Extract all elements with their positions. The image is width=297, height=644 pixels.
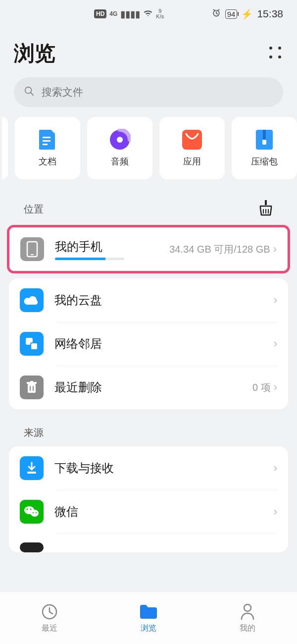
row-subtitle: 0 项 [252, 381, 271, 394]
svg-point-33 [244, 604, 251, 611]
nav-mine[interactable]: 我的 [198, 592, 297, 644]
row-title: 我的云盘 [54, 292, 274, 308]
page-header: 浏览 [0, 28, 297, 77]
chevron-right-icon: › [274, 337, 277, 350]
app-icon [181, 129, 203, 151]
category-card-app[interactable]: 应用 [159, 117, 225, 179]
search-input[interactable] [42, 86, 273, 98]
trash-icon [20, 376, 44, 399]
row-my-phone[interactable]: 我的手机 34.34 GB 可用/128 GB › [9, 227, 288, 271]
cloud-icon [20, 288, 44, 312]
section-title: 来源 [24, 426, 44, 439]
battery-icon: 94 [225, 9, 238, 19]
network-type-icon: 4G [109, 10, 117, 17]
category-card-doc[interactable]: 文档 [15, 117, 80, 179]
svg-rect-5 [43, 144, 48, 145]
category-label: 音频 [111, 156, 129, 167]
bottom-nav: 最近 浏览 我的 [0, 591, 297, 644]
wechat-icon [20, 500, 44, 524]
svg-point-31 [36, 512, 37, 513]
nav-browse[interactable]: 浏览 [99, 592, 198, 644]
svg-rect-20 [28, 384, 36, 393]
svg-point-28 [27, 509, 28, 510]
row-more[interactable] [9, 534, 288, 552]
archive-icon [253, 129, 275, 151]
phone-icon [20, 237, 44, 261]
cleanup-icon[interactable] [258, 200, 273, 218]
svg-rect-11 [262, 140, 266, 145]
row-title: 我的手机 [55, 239, 169, 255]
chevron-right-icon: › [273, 243, 277, 256]
category-row: 文档 音频 应用 压缩包 [0, 117, 297, 179]
document-icon [37, 129, 58, 151]
nav-label: 浏览 [141, 623, 156, 634]
category-label: 文档 [39, 156, 56, 167]
svg-rect-3 [43, 137, 50, 138]
svg-rect-4 [43, 140, 50, 142]
section-header-location: 位置 [0, 179, 297, 225]
net-speed: 9 K/s [156, 8, 164, 19]
nav-recent[interactable]: 最近 [0, 592, 99, 644]
network-icon [20, 332, 44, 356]
svg-line-2 [31, 93, 34, 96]
svg-rect-19 [31, 343, 38, 350]
svg-point-30 [33, 512, 34, 513]
row-wechat[interactable]: 微信 › [9, 490, 288, 534]
row-cloud[interactable]: 我的云盘 › [9, 278, 288, 322]
svg-rect-17 [31, 254, 34, 255]
nav-label: 最近 [42, 623, 57, 634]
section-title: 位置 [24, 203, 44, 216]
svg-rect-8 [182, 130, 202, 150]
row-title: 最近删除 [54, 379, 252, 395]
category-card-prev[interactable] [2, 117, 8, 179]
nav-label: 我的 [240, 623, 255, 634]
search-icon [24, 86, 35, 99]
page-title: 浏览 [14, 40, 55, 67]
search-bar[interactable] [14, 77, 283, 107]
row-title: 网络邻居 [54, 336, 274, 352]
chevron-right-icon: › [274, 294, 277, 307]
category-label: 压缩包 [251, 156, 278, 167]
alarm-icon [211, 8, 221, 20]
row-title: 下载与接收 [54, 460, 274, 476]
svg-rect-25 [27, 472, 36, 474]
chevron-right-icon: › [274, 381, 277, 394]
more-menu-button[interactable] [269, 47, 283, 60]
chevron-right-icon: › [274, 505, 277, 518]
svg-rect-22 [30, 381, 33, 382]
row-subtitle: 34.34 GB 可用/128 GB [169, 243, 270, 256]
row-network[interactable]: 网络邻居 › [9, 322, 288, 366]
svg-point-27 [31, 510, 39, 517]
clock-icon [41, 602, 58, 621]
category-card-audio[interactable]: 音频 [87, 117, 152, 179]
category-card-archive[interactable]: 压缩包 [232, 117, 297, 179]
category-label: 应用 [183, 156, 201, 167]
svg-rect-10 [263, 130, 266, 140]
signal-icon: ▮▮▮▮ [120, 8, 140, 20]
chevron-right-icon: › [274, 462, 277, 475]
app-icon-partial [20, 542, 44, 552]
svg-point-29 [30, 509, 32, 510]
storage-progress [55, 258, 124, 260]
person-icon [240, 602, 255, 621]
status-bar: HD 4G ▮▮▮▮ 9 K/s 94 ⚡ 15:38 [0, 0, 297, 28]
svg-point-7 [117, 137, 123, 143]
wifi-icon [143, 8, 153, 19]
highlight-my-phone: 我的手机 34.34 GB 可用/128 GB › [7, 225, 290, 273]
hd-badge: HD [94, 9, 106, 18]
row-download[interactable]: 下载与接收 › [9, 446, 288, 490]
row-title: 微信 [54, 504, 274, 520]
row-trash[interactable]: 最近删除 0 项 › [9, 366, 288, 409]
clock-time: 15:38 [257, 8, 283, 20]
svg-rect-12 [265, 200, 267, 205]
folder-icon [139, 602, 158, 621]
section-header-source: 来源 [0, 409, 297, 446]
download-icon [20, 456, 44, 480]
audio-icon [109, 129, 131, 151]
